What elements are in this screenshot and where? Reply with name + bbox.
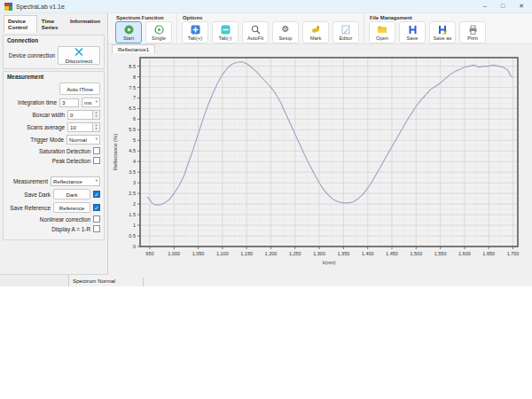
svg-text:1,450: 1,450 bbox=[386, 251, 398, 256]
svg-text:1,300: 1,300 bbox=[313, 251, 325, 256]
disconnect-button-label: Disconnect bbox=[66, 58, 93, 64]
svg-text:2: 2 bbox=[133, 201, 136, 207]
svg-text:1,500: 1,500 bbox=[410, 251, 422, 256]
svg-text:2.5: 2.5 bbox=[129, 191, 136, 196]
disconnect-icon bbox=[74, 47, 83, 57]
tab-minus-button-label: Tab(-) bbox=[219, 35, 232, 41]
tab-plus-button[interactable]: Tab(+) bbox=[182, 21, 208, 43]
saturation-detection-label: Saturation Detection bbox=[39, 148, 90, 154]
spinner-arrows-icon[interactable]: ▴▾ bbox=[92, 122, 100, 132]
mark-button-label: Mark bbox=[310, 35, 322, 41]
measurement-mode-value: Reflectance bbox=[53, 178, 82, 184]
single-button[interactable]: Single bbox=[145, 21, 172, 43]
setup-button-label: Setup bbox=[279, 35, 293, 41]
svg-text:3.5: 3.5 bbox=[129, 169, 136, 175]
save-as-button-label: Save as bbox=[434, 35, 452, 41]
measurement-group: Measurement Auto ITime Integration time … bbox=[3, 71, 105, 240]
reference-button[interactable]: Reference bbox=[53, 202, 90, 213]
editor-icon bbox=[341, 25, 351, 35]
setup-button[interactable]: ⚙ Setup bbox=[272, 21, 299, 43]
svg-text:6.5: 6.5 bbox=[129, 106, 136, 111]
control-panel: Device Control Time Series Information C… bbox=[0, 13, 108, 274]
save-reference-label: Save Reference bbox=[10, 205, 51, 211]
screen: SpectraLab v1.1e – □ ✕ Device Control Ti… bbox=[0, 0, 532, 399]
svg-text:1,400: 1,400 bbox=[362, 251, 374, 256]
save-reference-checkbox[interactable]: ✓ bbox=[93, 204, 100, 211]
svg-text:7.5: 7.5 bbox=[129, 85, 136, 90]
app-icon bbox=[4, 3, 12, 11]
tab-time-series[interactable]: Time Series bbox=[37, 15, 66, 33]
open-button-label: Open bbox=[376, 35, 388, 41]
svg-text:1: 1 bbox=[133, 223, 136, 228]
saturation-detection-checkbox[interactable] bbox=[93, 147, 100, 154]
start-button[interactable]: Start bbox=[115, 21, 142, 43]
mark-button[interactable]: Mark bbox=[302, 21, 329, 43]
toolbar: Spectrum Function Start bbox=[108, 13, 532, 44]
svg-text:7: 7 bbox=[133, 95, 136, 100]
print-button-label: Print bbox=[467, 35, 478, 41]
display-a-checkbox[interactable] bbox=[93, 225, 100, 232]
svg-text:1,000: 1,000 bbox=[168, 251, 180, 256]
dark-button[interactable]: Dark bbox=[53, 189, 90, 200]
app-window: SpectraLab v1.1e – □ ✕ Device Control Ti… bbox=[0, 0, 532, 285]
measurement-mode-label: Measurement bbox=[13, 178, 48, 184]
boxcar-width-stepper[interactable]: 0 ▴▾ bbox=[67, 110, 100, 120]
save-dark-checkbox[interactable]: ✓ bbox=[93, 191, 100, 198]
editor-button[interactable]: Editor bbox=[332, 21, 359, 43]
save-button[interactable]: Save bbox=[399, 21, 426, 43]
file-management-group-label: File Management bbox=[370, 15, 486, 20]
save-as-icon bbox=[437, 25, 448, 35]
save-as-button[interactable]: Save as bbox=[429, 21, 456, 43]
scans-average-stepper[interactable]: 10 ▴▾ bbox=[67, 122, 100, 132]
svg-text:8.5: 8.5 bbox=[129, 64, 136, 69]
svg-text:1.5: 1.5 bbox=[129, 212, 136, 217]
start-button-label: Start bbox=[123, 35, 134, 41]
svg-text:6: 6 bbox=[133, 116, 136, 121]
svg-text:8: 8 bbox=[133, 74, 136, 80]
integration-time-input[interactable]: 3 bbox=[59, 98, 79, 107]
integration-time-unit-select[interactable]: ms ▾ bbox=[82, 98, 100, 107]
main-area: Spectrum Function Start bbox=[108, 13, 532, 274]
svg-text:4: 4 bbox=[133, 159, 136, 164]
save-icon bbox=[408, 25, 418, 35]
measurement-mode-select[interactable]: Reflectance ▾ bbox=[51, 176, 100, 186]
svg-text:1,350: 1,350 bbox=[338, 251, 350, 256]
minimize-button[interactable]: – bbox=[483, 3, 487, 10]
svg-text:1,250: 1,250 bbox=[289, 251, 301, 256]
open-button[interactable]: Open bbox=[369, 21, 395, 43]
window-title: SpectraLab v1.1e bbox=[16, 4, 65, 10]
spectrum-chart[interactable]: 9501,0001,0501,1001,1501,2001,2501,3001,… bbox=[108, 53, 531, 274]
tab-reflectance1[interactable]: Reflectance1 bbox=[112, 44, 155, 53]
svg-text:1,100: 1,100 bbox=[216, 251, 229, 256]
titlebar: SpectraLab v1.1e – □ ✕ bbox=[0, 0, 532, 13]
print-button[interactable]: Print bbox=[459, 21, 486, 43]
document-tab-strip: Reflectance1 bbox=[108, 44, 532, 53]
auto-itime-button[interactable]: Auto ITime bbox=[59, 82, 100, 95]
close-button[interactable]: ✕ bbox=[519, 3, 524, 10]
boxcar-width-label: Boxcar width bbox=[32, 112, 65, 118]
tab-plus-button-label: Tab(+) bbox=[188, 35, 202, 41]
svg-text:1,650: 1,650 bbox=[482, 251, 495, 256]
svg-text:1,200: 1,200 bbox=[265, 251, 278, 256]
device-connection-label: Device connection bbox=[9, 52, 55, 59]
trigger-mode-value: Normal bbox=[69, 137, 87, 143]
svg-text:1,150: 1,150 bbox=[240, 251, 253, 256]
svg-text:5.5: 5.5 bbox=[129, 127, 136, 132]
tab-minus-button[interactable]: Tab(-) bbox=[212, 21, 239, 43]
gear-icon: ⚙ bbox=[282, 25, 290, 35]
disconnect-button[interactable]: Disconnect bbox=[58, 46, 100, 65]
peak-detection-label: Peak Detection bbox=[52, 158, 90, 164]
tab-information[interactable]: Information bbox=[66, 15, 105, 33]
single-icon bbox=[154, 25, 164, 35]
maximize-button[interactable]: □ bbox=[501, 3, 505, 10]
spinner-arrows-icon[interactable]: ▴▾ bbox=[92, 110, 100, 120]
spectrum-function-group-label: Spectrum Function bbox=[116, 15, 172, 20]
trigger-mode-select[interactable]: Normal ▾ bbox=[66, 135, 100, 145]
nonlinear-correction-checkbox[interactable] bbox=[93, 215, 100, 223]
display-a-label: Display A = 1-R bbox=[51, 226, 90, 232]
tab-device-control[interactable]: Device Control bbox=[4, 15, 37, 33]
nonlinear-correction-label: Nonlinear correction bbox=[40, 216, 90, 223]
single-button-label: Single bbox=[152, 35, 166, 41]
autofit-button[interactable]: AutoFit bbox=[242, 21, 269, 43]
peak-detection-checkbox[interactable] bbox=[93, 157, 100, 164]
